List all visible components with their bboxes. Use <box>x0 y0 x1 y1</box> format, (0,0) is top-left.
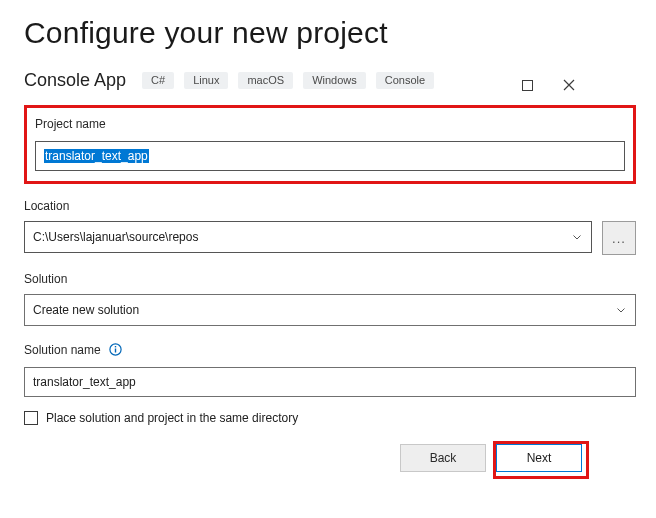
template-name: Console App <box>24 70 126 91</box>
solution-combo[interactable]: Create new solution <box>24 294 636 326</box>
project-name-input[interactable]: translator_text_app <box>35 141 625 171</box>
svg-rect-3 <box>115 346 116 347</box>
close-icon[interactable] <box>562 78 576 92</box>
page-title: Configure your new project <box>24 16 636 50</box>
maximize-icon[interactable] <box>520 78 534 92</box>
solution-name-input[interactable] <box>24 367 636 397</box>
project-name-highlight: Project name translator_text_app <box>24 105 636 184</box>
template-tag: Windows <box>303 72 366 89</box>
back-button[interactable]: Back <box>400 444 486 472</box>
solution-value: Create new solution <box>33 303 139 317</box>
svg-rect-0 <box>522 80 532 90</box>
solution-name-label: Solution name <box>24 343 101 357</box>
template-tag: C# <box>142 72 174 89</box>
project-name-value: translator_text_app <box>44 149 149 163</box>
template-tag: macOS <box>238 72 293 89</box>
next-button[interactable]: Next <box>496 444 582 472</box>
solution-label: Solution <box>24 272 67 286</box>
template-tag: Console <box>376 72 434 89</box>
same-dir-label: Place solution and project in the same d… <box>46 411 298 425</box>
location-combo[interactable]: C:\Users\lajanuar\source\repos <box>24 221 592 253</box>
same-dir-checkbox-row[interactable]: Place solution and project in the same d… <box>24 411 636 425</box>
location-value: C:\Users\lajanuar\source\repos <box>33 230 198 244</box>
chevron-down-icon <box>617 308 625 313</box>
project-name-label: Project name <box>35 117 106 131</box>
svg-rect-2 <box>115 349 116 353</box>
template-tag: Linux <box>184 72 228 89</box>
checkbox-icon[interactable] <box>24 411 38 425</box>
location-label: Location <box>24 199 69 213</box>
info-icon[interactable] <box>109 343 122 356</box>
chevron-down-icon <box>573 235 581 240</box>
browse-button[interactable]: ... <box>602 221 636 255</box>
